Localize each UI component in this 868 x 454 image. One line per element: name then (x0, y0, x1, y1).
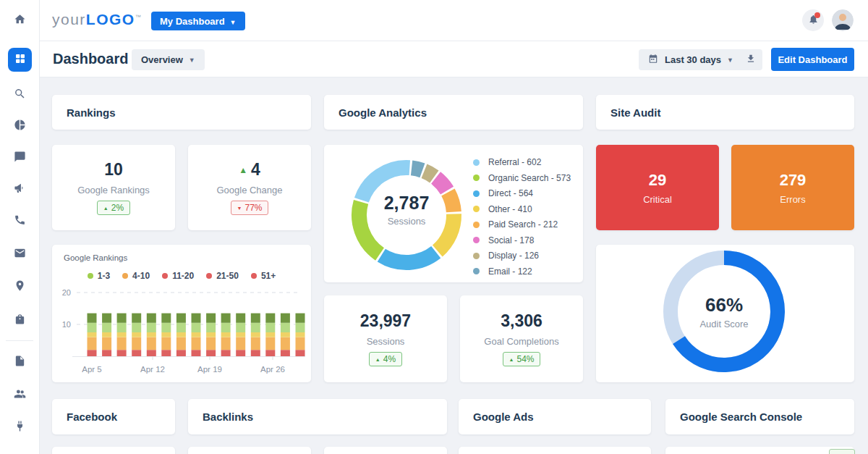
stat-value: 10 (104, 160, 123, 180)
legend-item: Organic Search - 573 (473, 173, 571, 183)
dashboard-app: yourLOGO™ My Dashboard▼ Dashboard Overvi… (0, 0, 868, 454)
calendar-icon (648, 54, 665, 66)
date-range-dropdown[interactable]: Last 30 days▼ (639, 49, 743, 70)
svg-text:Apr 26: Apr 26 (260, 365, 285, 374)
sidebar (0, 0, 40, 454)
stat-card-goal-completions: 3,306 Goal Completions ▲54% (460, 295, 583, 382)
section-header-backlinks: Backlinks (188, 399, 447, 434)
legend-dot-icon (473, 175, 480, 181)
section-header-rankings: Rankings (52, 95, 311, 130)
audit-score-card: 66% Audit Score (596, 245, 854, 382)
megaphone-icon (14, 182, 26, 197)
stat-value: 23,997 (360, 311, 411, 331)
sidebar-item-messages[interactable] (8, 146, 32, 170)
sidebar-item-email[interactable] (8, 243, 32, 266)
notification-dot (814, 12, 820, 18)
sidebar-item-campaigns[interactable] (8, 177, 32, 201)
shopping-bag-icon (14, 313, 26, 328)
pie-chart-icon (14, 119, 26, 134)
sidebar-item-integrations[interactable] (8, 416, 32, 440)
sidebar-item-dashboard[interactable] (8, 48, 32, 72)
legend-item: Other - 410 (473, 204, 571, 214)
notifications-button[interactable] (802, 9, 824, 31)
edit-dashboard-button[interactable]: Edit Dashboard (771, 48, 854, 71)
sidebar-item-ecommerce[interactable] (8, 308, 32, 332)
change-badge: ▲54% (503, 352, 541, 366)
stat-label: Sessions (367, 336, 405, 347)
stacked-bar-chart: 1020Apr 5Apr 12Apr 19Apr 26 (52, 245, 311, 382)
location-pin-icon (14, 279, 26, 295)
up-triangle-icon: ▲ (239, 165, 247, 175)
dashboard-grid-icon (14, 53, 26, 67)
sessions-donut-card: 2,787 Sessions Referral - 602Organic Sea… (324, 145, 583, 282)
chat-icon (14, 151, 26, 166)
sidebar-item-search[interactable] (8, 83, 32, 107)
section-header-site-audit: Site Audit (596, 95, 854, 130)
section-header-facebook: Facebook (52, 399, 175, 434)
section-header-google-ads: Google Ads (459, 399, 651, 434)
top-bar: yourLOGO™ My Dashboard▼ (40, 0, 868, 41)
gauge-center-label: 66% Audit Score (666, 294, 782, 329)
section-header-google-search-console: Google Search Console (665, 399, 854, 434)
sidebar-item-local[interactable] (8, 275, 32, 299)
legend-dot-icon (473, 268, 480, 274)
legend-dot-icon (473, 159, 480, 166)
stat-value: 3,306 (501, 311, 542, 331)
stat-label: Google Rankings (77, 185, 150, 196)
legend-dot-icon (473, 253, 480, 259)
partial-card (52, 447, 175, 454)
legend-item: Email - 122 (473, 266, 571, 277)
change-badge: ▼77% (231, 201, 269, 215)
home-icon (14, 13, 26, 28)
up-triangle-icon: ▲ (509, 357, 514, 362)
users-icon (14, 387, 26, 403)
chevron-down-icon: ▼ (727, 56, 733, 64)
stat-card-sessions: 23,997 Sessions ▲4% (324, 295, 447, 382)
search-icon (14, 88, 26, 103)
user-avatar[interactable] (832, 9, 854, 31)
stat-label: Goal Completions (484, 336, 558, 347)
legend-item: Display - 126 (473, 251, 571, 261)
partial-card (324, 447, 447, 454)
stat-card-google-rankings: 10 Google Rankings ▲2% (52, 145, 175, 230)
section-header-google-analytics: Google Analytics (324, 95, 583, 130)
legend-item: Social - 178 (473, 235, 571, 245)
phone-icon (14, 214, 26, 229)
sidebar-item-clients[interactable] (8, 383, 32, 407)
legend-item: Paid Search - 212 (473, 219, 571, 230)
partial-card (459, 447, 651, 454)
legend-dot-icon (473, 206, 480, 212)
legend-dot-icon (473, 237, 480, 243)
up-triangle-icon: ▲ (375, 357, 380, 362)
svg-text:Apr 5: Apr 5 (82, 365, 102, 374)
download-button[interactable] (739, 49, 762, 70)
sidebar-item-home[interactable] (8, 9, 32, 33)
up-triangle-icon: ▲ (103, 206, 109, 211)
stat-value: ▲4 (239, 160, 260, 180)
page-title: Dashboard (53, 51, 128, 67)
download-icon (746, 54, 756, 66)
sidebar-item-calls[interactable] (8, 209, 32, 233)
view-selector-dropdown[interactable]: Overview▼ (132, 49, 205, 70)
svg-text:Apr 12: Apr 12 (140, 365, 165, 374)
sidebar-item-documents[interactable] (8, 350, 32, 374)
errors-card: 279 Errors (731, 145, 854, 230)
logo[interactable]: yourLOGO™ (52, 11, 141, 28)
chevron-down-icon: ▼ (230, 19, 237, 26)
donut-center-label: 2,787 Sessions (356, 193, 457, 227)
chevron-down-icon: ▼ (189, 56, 195, 64)
legend-dot-icon (473, 190, 480, 197)
svg-text:20: 20 (62, 288, 71, 297)
sidebar-item-reports[interactable] (8, 114, 32, 138)
sidebar-divider (6, 340, 33, 341)
legend-item: Direct - 564 (473, 188, 571, 198)
svg-text:Apr 19: Apr 19 (197, 365, 222, 374)
partial-change-badge (829, 449, 855, 454)
stat-label: Google Change (216, 185, 282, 196)
mail-icon (14, 247, 26, 262)
legend-dot-icon (473, 222, 480, 228)
donut-legend: Referral - 602Organic Search - 573Direct… (473, 157, 571, 277)
page-header: Dashboard Overview▼ Last 30 days▼ Edit D… (40, 41, 868, 77)
my-dashboard-dropdown[interactable]: My Dashboard▼ (151, 12, 245, 30)
plug-icon (14, 420, 26, 435)
